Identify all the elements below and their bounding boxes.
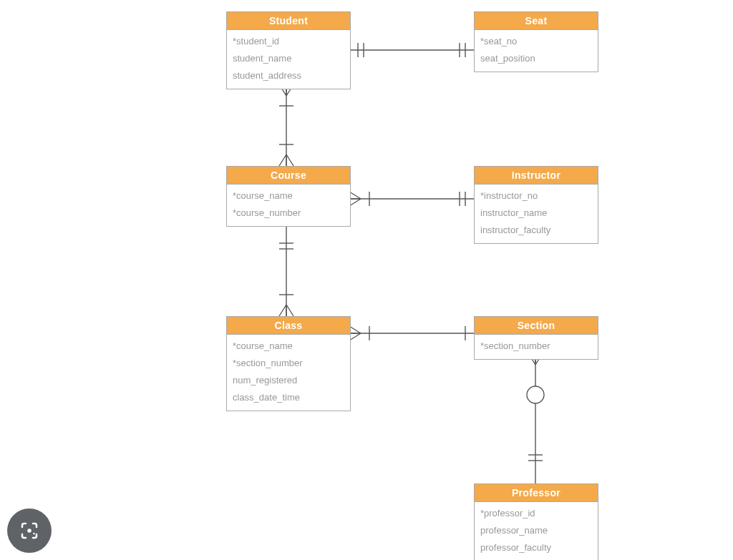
entity-professor[interactable]: Professor *professor_id professor_name p…	[474, 483, 598, 560]
lens-icon	[19, 520, 40, 541]
entity-class[interactable]: Class *course_name *section_number num_r…	[226, 316, 351, 411]
entity-title: Seat	[475, 12, 598, 30]
svg-point-24	[33, 533, 35, 535]
entity-attr: *professor_id	[480, 505, 592, 522]
entity-title: Section	[475, 317, 598, 335]
entity-attr: class_date_time	[233, 389, 344, 406]
entity-student[interactable]: Student *student_id student_name student…	[226, 11, 351, 89]
entity-section[interactable]: Section *section_number	[474, 316, 598, 360]
entity-attrs: *professor_id professor_name professor_f…	[475, 502, 598, 560]
er-diagram-canvas: Student *student_id student_name student…	[0, 0, 733, 560]
entity-title: Instructor	[475, 167, 598, 185]
entity-attrs: *student_id student_name student_address	[227, 30, 350, 89]
entity-title: Professor	[475, 484, 598, 502]
entity-title: Class	[227, 317, 350, 335]
entity-attr: *student_id	[233, 33, 344, 50]
entity-title: Student	[227, 12, 350, 30]
entity-attr: instructor_faculty	[480, 222, 592, 239]
entity-seat[interactable]: Seat *seat_no seat_position	[474, 11, 598, 72]
entity-attr: num_registered	[233, 372, 344, 389]
entity-attr: student_address	[233, 67, 344, 84]
entity-attr: professor_faculty	[480, 539, 592, 556]
entity-attrs: *section_number	[475, 335, 598, 359]
svg-point-20	[527, 386, 544, 403]
relationship-lines	[0, 0, 733, 560]
entity-attrs: *instructor_no instructor_name instructo…	[475, 185, 598, 243]
svg-point-23	[27, 529, 31, 533]
entity-attrs: *seat_no seat_position	[475, 30, 598, 72]
entity-attrs: *course_name *section_number num_registe…	[227, 335, 350, 411]
entity-attr: *section_number	[233, 355, 344, 372]
entity-attrs: *course_name *course_number	[227, 185, 350, 226]
entity-attr: *course_number	[233, 205, 344, 222]
entity-course[interactable]: Course *course_name *course_number	[226, 166, 351, 227]
entity-title: Course	[227, 167, 350, 185]
entity-attr: *seat_no	[480, 33, 592, 50]
entity-attr: *section_number	[480, 338, 592, 355]
entity-attr: student_name	[233, 50, 344, 67]
search-lens-button[interactable]	[7, 509, 52, 553]
entity-attr: *instructor_no	[480, 187, 592, 205]
entity-attr: professor_name	[480, 522, 592, 539]
entity-attr: seat_position	[480, 50, 592, 67]
entity-instructor[interactable]: Instructor *instructor_no instructor_nam…	[474, 166, 598, 244]
entity-attr: *course_name	[233, 187, 344, 205]
entity-attr: *course_name	[233, 338, 344, 355]
entity-attr: instructor_name	[480, 205, 592, 222]
